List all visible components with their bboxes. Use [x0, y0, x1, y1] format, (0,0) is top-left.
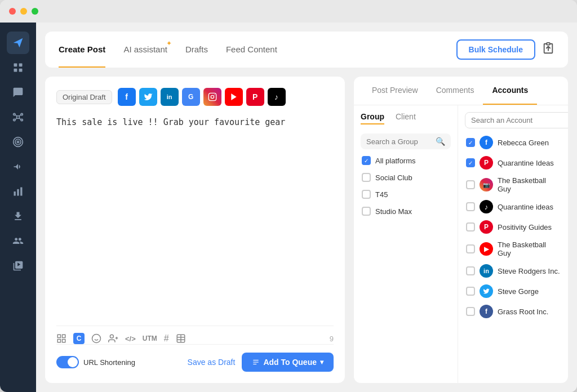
export-button[interactable] [542, 42, 554, 57]
group-item-all-platforms[interactable]: All platforms [361, 154, 451, 167]
svg-rect-27 [57, 340, 60, 342]
pinterest-account-icon-2: P [480, 220, 493, 234]
tab-client[interactable]: Client [396, 112, 416, 124]
account-checkbox-basketball-guy-youtube[interactable] [466, 244, 475, 253]
account-item-steve-rodgers[interactable]: in Steve Rodgers Inc. [465, 261, 561, 280]
account-item-quarantine-ideas-pinterest[interactable]: P Quarantine Ideas [465, 153, 561, 172]
sidebar-item-megaphone[interactable] [7, 155, 29, 178]
tab-ai-assistant[interactable]: AI assistant ✦ [123, 32, 167, 68]
svg-point-5 [14, 113, 15, 115]
account-item-grass-root[interactable]: f Grass Root Inc. [465, 302, 561, 321]
svg-line-10 [19, 115, 21, 117]
svg-line-9 [15, 115, 17, 117]
group-checkbox-social-club[interactable] [362, 173, 371, 182]
sidebar-item-chat[interactable] [7, 81, 29, 104]
search-group-input[interactable] [366, 137, 432, 146]
group-item-t45[interactable]: T45 [361, 188, 451, 201]
svg-rect-19 [547, 42, 550, 44]
post-text-input[interactable]: This sale is live !! Grab your favourite… [56, 115, 334, 321]
account-item-rebecca-green[interactable]: f Rebecca Green [465, 133, 561, 152]
minimize-dot[interactable] [20, 8, 27, 15]
svg-rect-3 [19, 69, 23, 72]
svg-line-12 [19, 118, 21, 120]
google-platform-icon[interactable]: G [182, 88, 200, 106]
add-to-queue-arrow: ▾ [320, 358, 323, 366]
platform-icons: f in G P [118, 88, 286, 106]
grass-root-account-icon: f [480, 305, 493, 318]
tab-group[interactable]: Group [361, 112, 384, 124]
panel-content: Group Client 🔍 [354, 105, 568, 383]
sidebar-item-target[interactable] [7, 131, 29, 153]
facebook-platform-icon[interactable]: f [118, 88, 136, 106]
pinterest-platform-icon[interactable]: P [246, 88, 264, 106]
hashtag-icon[interactable]: # [164, 333, 169, 344]
person-add-icon[interactable] [108, 333, 118, 344]
svg-line-11 [15, 118, 17, 120]
app-body: Create Post AI assistant ✦ Drafts Feed C… [0, 23, 577, 392]
post-editor: Original Draft f in G [45, 77, 345, 383]
tab-post-preview[interactable]: Post Preview [363, 77, 427, 105]
group-item-social-club[interactable]: Social Club [361, 171, 451, 184]
youtube-platform-icon[interactable] [225, 88, 243, 106]
svg-rect-16 [14, 191, 16, 196]
twitter-platform-icon[interactable] [139, 88, 157, 106]
account-checkbox-quarantine-ideas-tiktok[interactable] [466, 202, 475, 211]
account-checkbox-quarantine-ideas-pinterest[interactable] [466, 158, 475, 167]
close-dot[interactable] [9, 8, 16, 15]
tiktok-platform-icon[interactable]: ♪ [268, 88, 286, 106]
image-grid-icon[interactable] [56, 333, 66, 344]
url-shortening-toggle[interactable] [56, 356, 79, 368]
linkedin-platform-icon[interactable]: in [161, 88, 179, 106]
panel-tabs: Post Preview Comments Accounts [354, 77, 568, 105]
top-bar-actions: Bulk Schedule [456, 39, 554, 60]
sparkle-icon: ✦ [166, 39, 172, 47]
add-to-queue-label: Add To Queue [263, 358, 317, 367]
account-checkbox-basketball-guy-instagram[interactable] [466, 180, 475, 189]
account-item-quarantine-ideas-tiktok[interactable]: ♪ Quarantine ideas [465, 197, 561, 216]
tab-drafts[interactable]: Drafts [185, 32, 208, 68]
utm-icon[interactable]: UTM [143, 335, 157, 342]
bulk-schedule-button[interactable]: Bulk Schedule [456, 39, 535, 60]
account-checkbox-steve-rodgers[interactable] [466, 266, 475, 275]
svg-point-23 [214, 95, 215, 95]
nav-tabs: Create Post AI assistant ✦ Drafts Feed C… [59, 32, 277, 68]
account-checkbox-positivity-guides[interactable] [466, 222, 475, 231]
content-area: Original Draft f in G [45, 77, 568, 383]
sidebar-item-send[interactable] [7, 32, 29, 54]
account-checkbox-steve-gorge[interactable] [466, 287, 475, 296]
save-draft-button[interactable]: Save as Draft [188, 358, 236, 367]
tab-create-post[interactable]: Create Post [59, 32, 105, 68]
tab-accounts[interactable]: Accounts [483, 77, 537, 105]
add-to-queue-button[interactable]: Add To Queue ▾ [242, 353, 334, 372]
svg-point-15 [17, 141, 19, 142]
sidebar-item-nodes[interactable] [7, 106, 29, 128]
tab-feed-content[interactable]: Feed Content [226, 32, 277, 68]
instagram-platform-icon[interactable] [203, 88, 221, 106]
maximize-dot[interactable] [32, 8, 38, 15]
tab-comments[interactable]: Comments [427, 77, 483, 105]
group-item-studio-max[interactable]: Studio Max [361, 204, 451, 218]
search-account-container: 🔍 [465, 112, 561, 128]
text-c-icon[interactable]: C [73, 333, 85, 344]
account-checkbox-grass-root[interactable] [466, 307, 475, 316]
code-icon[interactable]: </> [125, 335, 136, 343]
sidebar-item-library[interactable] [7, 255, 29, 277]
group-checkbox-t45[interactable] [362, 190, 371, 199]
table-icon[interactable] [176, 333, 186, 344]
emoji-icon[interactable] [91, 333, 101, 344]
account-item-positivity-guides[interactable]: P Positivity Guides [465, 217, 561, 237]
sidebar-item-people[interactable] [7, 230, 29, 252]
sidebar-item-grid[interactable] [7, 56, 29, 79]
accounts-panel: 🔍 f Rebecca Green [458, 105, 568, 383]
account-item-basketball-guy-youtube[interactable]: ▶ The Basketball Guy [465, 238, 561, 260]
group-checkbox-all-platforms[interactable] [362, 156, 371, 165]
sidebar-item-analytics[interactable] [7, 180, 29, 203]
account-item-steve-gorge[interactable]: Steve Gorge [465, 282, 561, 301]
group-checkbox-studio-max[interactable] [362, 207, 371, 216]
sidebar-item-download[interactable] [7, 205, 29, 228]
account-checkbox-rebecca-green[interactable] [466, 138, 475, 147]
search-account-input[interactable] [465, 112, 568, 128]
account-item-basketball-guy-instagram[interactable]: 📷 The Basketball Guy [465, 173, 561, 196]
editor-toolbar: C </> UTM # 9 [56, 326, 334, 344]
editor-footer: URL Shortening Save as Draft Add To Queu… [56, 344, 334, 372]
